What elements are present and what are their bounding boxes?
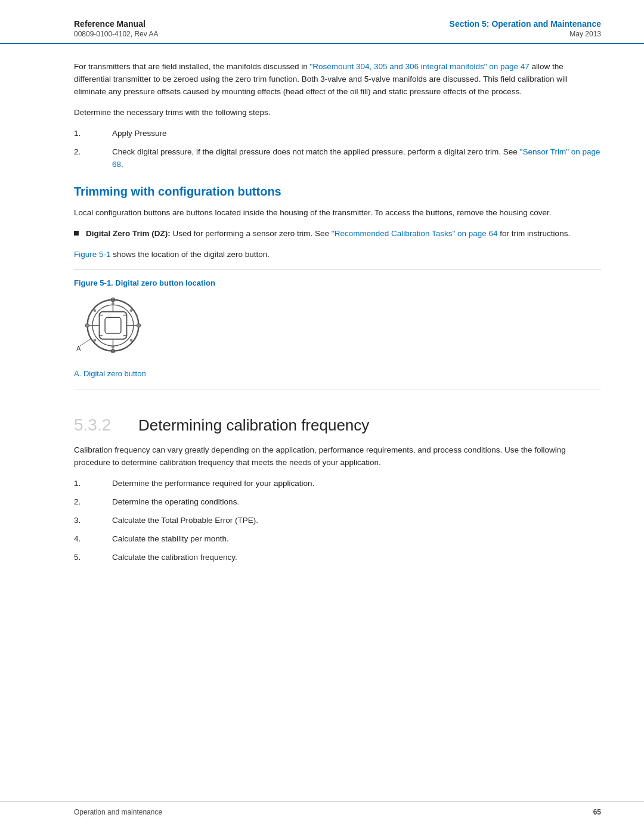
figure-caption: A. Digital zero button bbox=[74, 369, 601, 378]
header-right: Section 5: Operation and Maintenance May… bbox=[450, 19, 601, 38]
bullet-item-dz: Digital Zero Trim (DZ): Used for perform… bbox=[74, 228, 601, 240]
section-step-4: 4. Calculate the stability per month. bbox=[74, 533, 601, 546]
section-body: Calibration frequency can vary greatly d… bbox=[74, 444, 601, 469]
svg-point-20 bbox=[137, 324, 140, 327]
footer-left-text: Operation and maintenance bbox=[74, 808, 162, 816]
major-section-header: 5.3.2 Determining calibration frequency bbox=[74, 416, 601, 435]
section-step-3-content: Calculate the Total Probable Error (TPE)… bbox=[112, 515, 601, 527]
figure-ref-text-content: shows the location of the digital zero b… bbox=[111, 250, 270, 259]
bullet-end: for trim instructions. bbox=[498, 229, 571, 238]
step-1-number: 1. bbox=[74, 128, 112, 140]
bullet-bold: Digital Zero Trim (DZ): bbox=[86, 229, 171, 238]
section-title: Determining calibration frequency bbox=[138, 416, 369, 435]
main-content: For transmitters that are field installe… bbox=[0, 44, 644, 599]
svg-point-21 bbox=[130, 339, 133, 342]
step-1: 1. Apply Pressure bbox=[74, 128, 601, 140]
header-left: Reference Manual 00809-0100-4102, Rev AA bbox=[74, 19, 158, 38]
section-step-2-content: Determine the operating conditions. bbox=[112, 496, 601, 509]
step-2-number: 2. bbox=[74, 146, 112, 171]
section-step-2-number: 2. bbox=[74, 496, 112, 509]
intro-paragraph: For transmitters that are field installe… bbox=[74, 61, 601, 98]
svg-rect-2 bbox=[100, 312, 127, 339]
steps-list: 1. Apply Pressure 2. Check digital press… bbox=[74, 128, 601, 171]
section-step-2: 2. Determine the operating conditions. bbox=[74, 496, 601, 509]
header-date: May 2013 bbox=[569, 30, 601, 38]
section-step-5-number: 5. bbox=[74, 552, 112, 564]
footer-page-number: 65 bbox=[593, 808, 601, 816]
svg-rect-3 bbox=[105, 318, 121, 334]
svg-point-25 bbox=[93, 309, 96, 312]
svg-point-22 bbox=[112, 346, 114, 349]
trimming-body: Local configuration buttons are buttons … bbox=[74, 207, 601, 219]
intro-text-before-link: For transmitters that are field installe… bbox=[74, 62, 309, 71]
section-number: 5.3.2 bbox=[74, 416, 122, 435]
svg-point-18 bbox=[112, 302, 114, 305]
section-step-5: 5. Calculate the calibration frequency. bbox=[74, 552, 601, 564]
section-step-5-content: Calculate the calibration frequency. bbox=[112, 552, 601, 564]
page-footer: Operation and maintenance 65 bbox=[0, 801, 644, 816]
svg-point-19 bbox=[130, 309, 133, 312]
svg-line-16 bbox=[80, 339, 91, 346]
figure-image-area: A bbox=[74, 296, 601, 363]
trimming-heading: Trimming with configuration buttons bbox=[74, 185, 601, 199]
major-section-532: 5.3.2 Determining calibration frequency … bbox=[74, 411, 601, 563]
step-2-content: Check digital pressure, if the digital p… bbox=[112, 146, 601, 171]
step-1-content: Apply Pressure bbox=[112, 128, 601, 140]
figure-5-1-link[interactable]: Figure 5-1 bbox=[74, 250, 111, 259]
header-section: Section 5: Operation and Maintenance bbox=[450, 19, 601, 29]
step-2-end: . bbox=[121, 160, 123, 169]
figure-title: Figure 5-1. Digital zero button location bbox=[74, 278, 601, 287]
figure-diagram: A bbox=[74, 296, 151, 363]
figure-ref-paragraph: Figure 5-1 shows the location of the dig… bbox=[74, 249, 601, 261]
section-step-1-number: 1. bbox=[74, 478, 112, 490]
bullet-square-icon bbox=[74, 231, 79, 236]
page: Reference Manual 00809-0100-4102, Rev AA… bbox=[0, 0, 644, 833]
section-step-4-content: Calculate the stability per month. bbox=[112, 533, 601, 546]
svg-point-24 bbox=[86, 324, 89, 327]
page-header: Reference Manual 00809-0100-4102, Rev AA… bbox=[0, 0, 644, 44]
bullet-dz-content: Digital Zero Trim (DZ): Used for perform… bbox=[86, 228, 601, 240]
header-subtitle: 00809-0100-4102, Rev AA bbox=[74, 30, 158, 38]
determine-text: Determine the necessary trims with the f… bbox=[74, 107, 601, 119]
figure-box: Figure 5-1. Digital zero button location bbox=[74, 270, 601, 389]
section-step-1-content: Determine the performance required for y… bbox=[112, 478, 601, 490]
section-step-3: 3. Calculate the Total Probable Error (T… bbox=[74, 515, 601, 527]
header-title: Reference Manual bbox=[74, 19, 158, 29]
bullet-list: Digital Zero Trim (DZ): Used for perform… bbox=[74, 228, 601, 240]
manifolds-link[interactable]: "Rosemount 304, 305 and 306 integral man… bbox=[309, 62, 529, 71]
section-step-3-number: 3. bbox=[74, 515, 112, 527]
svg-text:A: A bbox=[76, 345, 80, 352]
svg-point-23 bbox=[93, 339, 96, 342]
section-step-4-number: 4. bbox=[74, 533, 112, 546]
bullet-text: Used for performing a sensor zero trim. … bbox=[171, 229, 332, 238]
step-2-text: Check digital pressure, if the digital p… bbox=[112, 147, 520, 156]
section-step-1: 1. Determine the performance required fo… bbox=[74, 478, 601, 490]
device-diagram-svg: A bbox=[74, 296, 151, 361]
step-2: 2. Check digital pressure, if the digita… bbox=[74, 146, 601, 171]
section-steps-list: 1. Determine the performance required fo… bbox=[74, 478, 601, 564]
calibration-tasks-link[interactable]: "Recommended Calibration Tasks" on page … bbox=[332, 229, 498, 238]
